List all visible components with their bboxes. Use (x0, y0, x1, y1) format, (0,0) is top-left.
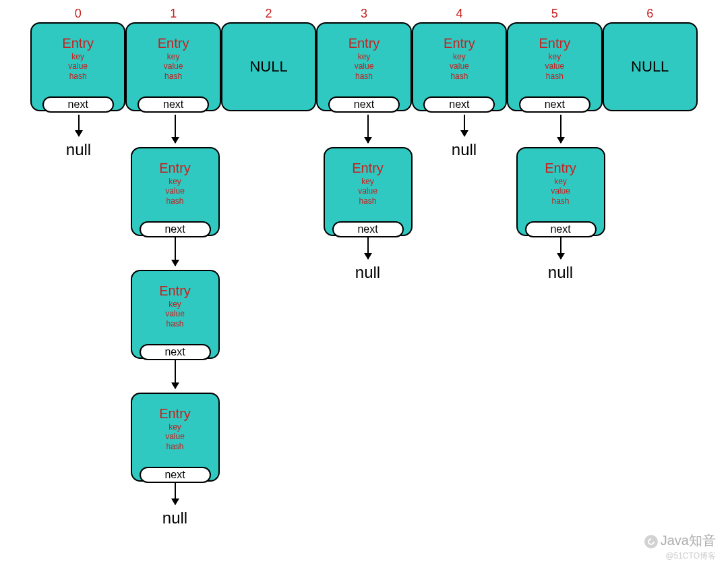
next-pointer: next (525, 221, 597, 237)
arrow-icon (175, 483, 176, 505)
entry-field-value: value (358, 186, 377, 196)
entry-title: Entry (444, 36, 475, 51)
index-label: 4 (412, 7, 507, 21)
arrow-icon (560, 115, 562, 143)
entry-field-value: value (165, 432, 185, 441)
entry-title: Entry (158, 36, 189, 51)
entry-field-hash: hash (164, 72, 182, 81)
index-label: 6 (603, 7, 698, 21)
bucket-4: Entry key value hash next (412, 22, 507, 111)
arrow-icon (367, 237, 369, 259)
arrow-icon (78, 115, 80, 136)
null-terminator: null (452, 140, 477, 159)
next-pointer: next (423, 96, 495, 113)
index-label: 5 (507, 7, 602, 21)
index-label: 2 (221, 7, 316, 21)
bucket-6: NULL (603, 22, 698, 111)
entry-title: Entry (159, 283, 191, 299)
entry-field-hash: hash (69, 72, 87, 81)
entry-field-value: value (68, 61, 88, 71)
index-label: 0 (30, 7, 125, 21)
entry-field-hash: hash (359, 196, 376, 206)
arrow-icon (175, 360, 176, 389)
next-pointer: next (519, 96, 590, 113)
arrow-icon (175, 115, 176, 143)
entry-node: Entry key value hash next (131, 270, 220, 359)
entry-field-key: key (554, 177, 567, 186)
null-bucket: NULL (221, 22, 316, 111)
watermark-secondary: @51CTO博客 (665, 550, 716, 562)
entry-field-key: key (167, 52, 180, 61)
null-terminator: null (66, 140, 91, 159)
index-label: 1 (125, 7, 220, 21)
entry-field-key: key (453, 52, 466, 61)
wechat-icon (644, 535, 658, 548)
chain-4: null (416, 113, 512, 159)
bucket-0: Entry key value hash next (30, 22, 125, 111)
entry-field-hash: hash (450, 72, 468, 81)
next-pointer: next (138, 96, 209, 113)
entry-field-value: value (165, 309, 185, 318)
null-terminator: null (355, 263, 380, 282)
next-pointer: next (332, 221, 404, 237)
next-pointer: next (328, 96, 400, 113)
watermark-primary: Java知音 (644, 532, 716, 550)
index-label: 3 (316, 7, 411, 21)
entry-node: Entry key value hash next (131, 393, 220, 482)
entry-field-key: key (548, 52, 561, 61)
entry-node: Entry key value hash next (131, 147, 220, 236)
null-bucket: NULL (603, 22, 698, 111)
entry-title: Entry (545, 161, 576, 176)
entry-field-value: value (545, 61, 564, 71)
entry-field-hash: hash (551, 196, 569, 206)
arrow-icon (367, 115, 369, 143)
arrow-icon (175, 237, 176, 266)
entry-field-value: value (450, 61, 469, 71)
next-pointer: next (140, 344, 211, 360)
entry-field-key: key (169, 422, 181, 432)
hashmap-diagram: 0 1 2 3 4 5 6 Entry key value hash next … (0, 0, 728, 118)
bucket-3: Entry key value hash next (316, 22, 411, 111)
entry-field-hash: hash (355, 72, 373, 81)
bucket-1: Entry key value hash next (125, 22, 220, 111)
null-terminator: null (162, 509, 187, 528)
null-terminator: null (548, 263, 573, 282)
entry-title: Entry (348, 36, 380, 51)
entry-field-value: value (355, 61, 374, 71)
bucket-array: Entry key value hash next Entry key valu… (30, 22, 698, 111)
entry-title: Entry (159, 161, 191, 176)
next-pointer: next (140, 221, 211, 237)
entry-title: Entry (62, 36, 94, 51)
entry-title: Entry (352, 161, 384, 176)
entry-title: Entry (539, 36, 570, 51)
bucket-5: Entry key value hash next (507, 22, 602, 111)
entry-field-key: key (71, 52, 84, 61)
chain-5: Entry key value hash next null (512, 113, 609, 282)
chain-3: Entry key value hash next null (320, 113, 416, 282)
arrow-icon (560, 237, 562, 259)
entry-field-key: key (358, 52, 371, 61)
entry-field-key: key (169, 300, 181, 309)
entry-node: Entry key value hash next (516, 147, 605, 236)
entry-field-value: value (164, 61, 183, 71)
arrow-icon (464, 115, 465, 136)
entry-title: Entry (159, 406, 191, 422)
chain-1: Entry key value hash next Entry key valu… (127, 113, 223, 528)
bucket-indices: 0 1 2 3 4 5 6 (30, 7, 698, 21)
entry-field-hash: hash (546, 72, 564, 81)
entry-field-key: key (169, 177, 181, 186)
next-pointer: next (42, 96, 114, 113)
entry-field-hash: hash (166, 196, 183, 206)
bucket-2: NULL (221, 22, 316, 111)
chain-0: null (30, 113, 127, 159)
entry-field-value: value (165, 186, 185, 196)
entry-node: Entry key value hash next (324, 147, 413, 236)
entry-field-hash: hash (166, 442, 183, 451)
next-pointer: next (140, 467, 211, 483)
entry-field-value: value (551, 186, 570, 196)
entry-field-hash: hash (166, 319, 183, 329)
entry-field-key: key (361, 177, 374, 186)
